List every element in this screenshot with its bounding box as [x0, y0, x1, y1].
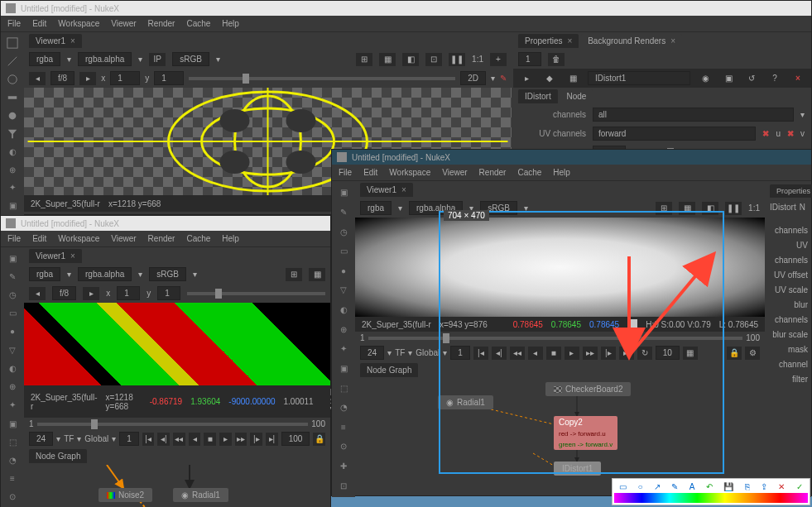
- close-icon[interactable]: ×: [70, 36, 75, 45]
- dim-select[interactable]: 2D: [460, 71, 486, 85]
- pen-icon[interactable]: ✎: [500, 74, 507, 83]
- transform-tool-icon[interactable]: ✦: [4, 182, 21, 194]
- lock-icon[interactable]: 🔒: [313, 433, 325, 446]
- menu-render[interactable]: Render: [479, 168, 507, 177]
- menu-cache[interactable]: Cache: [186, 19, 210, 28]
- viewer-image[interactable]: [355, 218, 765, 317]
- tool-icon[interactable]: ▣: [4, 252, 21, 264]
- bg-renders-tab[interactable]: Background Renders×: [581, 34, 682, 48]
- tool-icon[interactable]: ◔: [4, 454, 21, 466]
- node-graph[interactable]: ◉Radial1 CheckerBoard2 Copy2 red -> forw…: [355, 379, 765, 486]
- menu-viewer[interactable]: Viewer: [111, 19, 136, 28]
- tool-icon[interactable]: ▣: [335, 362, 352, 375]
- timeline-slider[interactable]: [37, 423, 309, 426]
- node-icon[interactable]: ◆: [541, 72, 558, 85]
- icon[interactable]: ▦: [679, 202, 695, 215]
- next-key-icon[interactable]: |▸: [250, 433, 262, 446]
- close-icon[interactable]: ×: [401, 185, 406, 194]
- last-icon[interactable]: ▸|: [619, 347, 634, 360]
- tool-icon[interactable]: ⊡: [335, 479, 352, 492]
- icon[interactable]: ⊞: [656, 202, 672, 215]
- menu-render[interactable]: Render: [148, 19, 175, 28]
- viewer-image[interactable]: [24, 303, 330, 385]
- node-name[interactable]: IDistort1: [588, 71, 690, 85]
- play-icon[interactable]: ▸: [219, 433, 232, 446]
- first-icon[interactable]: |◂: [142, 433, 155, 446]
- tool-icon[interactable]: ●: [4, 326, 21, 337]
- tool-icon[interactable]: ✦: [335, 342, 352, 356]
- next-icon[interactable]: ▸: [79, 72, 96, 85]
- node-graph[interactable]: Noise2 ◉ Radial1: [24, 465, 330, 507]
- color-tool-icon[interactable]: [4, 110, 21, 122]
- menu-cache[interactable]: Cache: [186, 234, 210, 243]
- copy-icon[interactable]: ⎘: [745, 482, 750, 491]
- back-icon[interactable]: ◂◂: [510, 347, 525, 360]
- pause-icon[interactable]: ❚❚: [449, 53, 465, 66]
- tool-icon[interactable]: ▽: [4, 344, 21, 356]
- properties-tab[interactable]: Properties×: [518, 34, 579, 48]
- menu-viewer[interactable]: Viewer: [111, 234, 136, 243]
- tool-icon[interactable]: ⊙: [4, 491, 21, 503]
- cs-select[interactable]: sRGB: [149, 267, 186, 281]
- gear-icon[interactable]: ⚙: [745, 347, 760, 360]
- arrow-icon[interactable]: ↗: [654, 482, 661, 491]
- tool-icon[interactable]: ≡: [4, 473, 21, 485]
- icon[interactable]: ▦: [309, 268, 325, 281]
- prev-icon[interactable]: ◂: [189, 433, 201, 446]
- tool-icon[interactable]: ⬚: [4, 436, 21, 447]
- radial-node[interactable]: ◉Radial1: [438, 395, 493, 409]
- dropdown-icon[interactable]: ▾: [138, 55, 142, 64]
- proxy-icon[interactable]: ⊡: [425, 53, 442, 66]
- tool-icon[interactable]: ▣: [4, 418, 21, 429]
- tool-icon[interactable]: ✎: [335, 206, 352, 219]
- nodegraph-tab[interactable]: Node Graph: [29, 449, 87, 463]
- tool-icon[interactable]: ◐: [4, 362, 21, 374]
- close-icon[interactable]: ×: [670, 36, 675, 45]
- count-input[interactable]: 1: [518, 52, 541, 66]
- ip-button[interactable]: IP: [149, 53, 166, 66]
- color-gradient[interactable]: [614, 493, 808, 503]
- close-icon[interactable]: ×: [70, 251, 75, 261]
- last-icon[interactable]: ▸|: [266, 433, 278, 446]
- x-badge[interactable]: ✖: [762, 129, 769, 138]
- close-icon[interactable]: ✕: [778, 482, 785, 491]
- close-button[interactable]: ×: [790, 72, 806, 85]
- menu-viewer[interactable]: Viewer: [442, 168, 467, 177]
- menu-file[interactable]: File: [339, 168, 352, 177]
- prev-icon[interactable]: ◂: [528, 347, 543, 360]
- frame-input-2[interactable]: 1: [154, 71, 184, 85]
- ok-icon[interactable]: ✓: [796, 482, 803, 491]
- icon[interactable]: ❚❚: [725, 202, 742, 215]
- alpha-select[interactable]: rgba.alpha: [78, 267, 132, 281]
- copy-icon[interactable]: ▣: [720, 72, 737, 85]
- tool-icon[interactable]: ▭: [4, 308, 21, 319]
- draw-tool-icon[interactable]: [4, 55, 21, 67]
- menu-help[interactable]: Help: [222, 19, 239, 28]
- tool-icon[interactable]: ✚: [335, 460, 352, 473]
- slider[interactable]: [187, 292, 325, 295]
- close-icon[interactable]: ×: [568, 36, 573, 45]
- radial-node[interactable]: ◉ Radial1: [173, 488, 228, 502]
- text-icon[interactable]: A: [689, 482, 695, 491]
- fps[interactable]: 24: [29, 432, 53, 446]
- circle-icon[interactable]: ○: [638, 482, 643, 491]
- channels-input[interactable]: all: [593, 108, 794, 122]
- viewer-tab[interactable]: Viewer1×: [360, 183, 413, 197]
- nodegraph-tab[interactable]: Node Graph: [360, 363, 418, 377]
- expand-icon[interactable]: ▸: [518, 72, 535, 85]
- stop-icon[interactable]: ■: [204, 433, 216, 446]
- loop-icon[interactable]: ↻: [637, 347, 652, 360]
- pen-icon[interactable]: ✎: [671, 482, 678, 491]
- dropdown-icon[interactable]: ▾: [216, 55, 220, 64]
- menu-file[interactable]: File: [7, 19, 21, 28]
- tool-icon[interactable]: ✎: [4, 270, 21, 282]
- help-icon[interactable]: ?: [766, 72, 783, 85]
- timeline-slider[interactable]: [368, 337, 743, 340]
- x-badge[interactable]: ✖: [787, 129, 794, 138]
- filter-tool-icon[interactable]: [4, 128, 21, 140]
- viewer-tab[interactable]: Viewer1×: [29, 249, 82, 263]
- revert-icon[interactable]: ↺: [743, 72, 760, 85]
- menu-edit[interactable]: Edit: [363, 168, 377, 177]
- tool-icon[interactable]: ⊕: [4, 381, 21, 393]
- dropdown-icon[interactable]: ▾: [491, 74, 495, 83]
